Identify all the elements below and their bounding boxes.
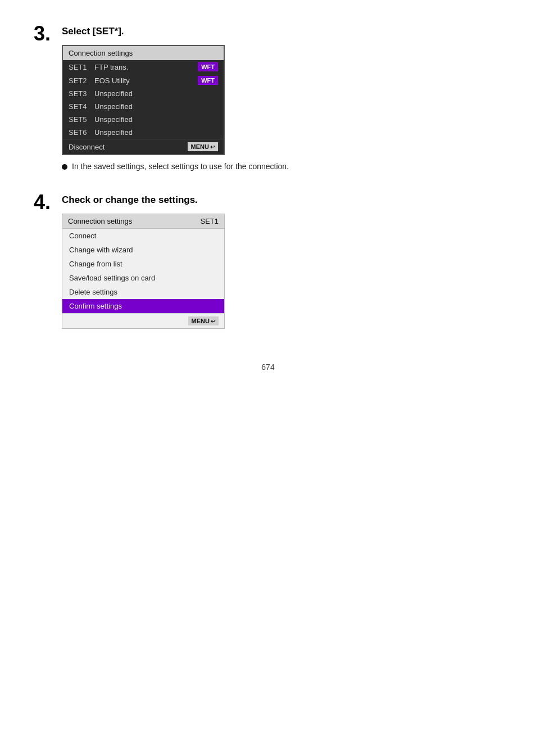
page-number: 674	[34, 363, 502, 372]
step-4-title: Check or change the settings.	[62, 191, 502, 206]
step-3-content: Select [SET*]. Connection settings SET1F…	[62, 22, 502, 171]
set-name: SET3	[69, 89, 90, 98]
lcd-row: SET3Unspecified	[63, 87, 224, 100]
set-value: FTP trans.	[94, 63, 128, 71]
menu-arrow-1: ↩	[210, 144, 215, 150]
lcd-menu-item[interactable]: Confirm settings	[62, 299, 224, 313]
menu-label-2: MENU	[192, 318, 210, 324]
lcd-screen-1-header: Connection settings	[63, 46, 224, 60]
lcd-menu-item[interactable]: Save/load settings on card	[62, 271, 224, 285]
set-name: SET2	[69, 76, 90, 85]
lcd-menu-item[interactable]: Delete settings	[62, 285, 224, 299]
set-value: Unspecified	[94, 89, 133, 98]
lcd-row: SET1FTP trans.WFT	[63, 60, 224, 74]
wft-badge: WFT	[198, 76, 218, 85]
menu-label-1: MENU	[191, 143, 209, 150]
note-bullet	[62, 164, 67, 170]
set-value: Unspecified	[94, 128, 133, 137]
lcd-menu-item[interactable]: Change with wizard	[62, 243, 224, 257]
lcd-screen-2: Connection settings SET1 ConnectChange w…	[62, 214, 225, 329]
step-3-number: 3.	[34, 22, 62, 44]
lcd-screen-2-header-set: SET1	[200, 217, 219, 225]
step-4-content: Check or change the settings. Connection…	[62, 191, 502, 329]
menu-arrow-2: ↩	[211, 318, 215, 324]
set-name: SET5	[69, 115, 90, 124]
wft-badge: WFT	[198, 62, 218, 71]
step-3-title: Select [SET*].	[62, 22, 502, 37]
lcd-screen-1-header-title: Connection settings	[69, 49, 133, 57]
lcd-screen-1: Connection settings SET1FTP trans.WFTSET…	[62, 45, 225, 155]
lcd-row: SET4Unspecified	[63, 100, 224, 113]
lcd-rows: SET1FTP trans.WFTSET2EOS UtilityWFTSET3U…	[63, 60, 224, 139]
lcd-row: SET2EOS UtilityWFT	[63, 74, 224, 87]
set-value: Unspecified	[94, 115, 133, 124]
lcd-row: SET6Unspecified	[63, 126, 224, 139]
disconnect-row: Disconnect MENU ↩	[63, 139, 224, 154]
set-value: Unspecified	[94, 102, 133, 111]
set-value: EOS Utility	[94, 76, 130, 85]
note-text: In the saved settings, select settings t…	[72, 162, 289, 171]
step-3-note: In the saved settings, select settings t…	[62, 162, 388, 171]
step-3: 3. Select [SET*]. Connection settings SE…	[34, 22, 502, 171]
lcd-screen-2-header-title: Connection settings	[68, 217, 132, 225]
lcd-row: SET5Unspecified	[63, 113, 224, 126]
lcd-screen-2-footer: MENU ↩	[62, 313, 224, 328]
set-name: SET6	[69, 128, 90, 137]
menu-button-1[interactable]: MENU ↩	[188, 142, 218, 151]
menu-button-2[interactable]: MENU ↩	[188, 316, 219, 325]
set-name: SET4	[69, 102, 90, 111]
set-name: SET1	[69, 63, 90, 71]
lcd-menu-item[interactable]: Change from list	[62, 257, 224, 271]
step-4-number: 4.	[34, 191, 62, 212]
lcd-menu-item[interactable]: Connect	[62, 229, 224, 243]
lcd-screen-2-header: Connection settings SET1	[62, 214, 224, 229]
step-4: 4. Check or change the settings. Connect…	[34, 191, 502, 329]
disconnect-label: Disconnect	[69, 143, 105, 151]
lcd-menu-items: ConnectChange with wizardChange from lis…	[62, 229, 224, 313]
